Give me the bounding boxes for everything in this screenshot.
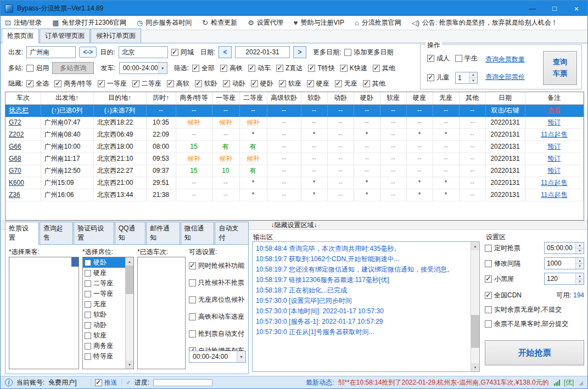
cdn-checkbox[interactable]: 全国CDN: [485, 291, 522, 300]
checkbox-全选[interactable]: 全选: [26, 79, 49, 88]
checkbox-box[interactable]: [85, 332, 91, 339]
checkbox-全部[interactable]: 全部: [192, 64, 215, 73]
spin-up-icon[interactable]: ▲: [576, 243, 584, 248]
settings-tab-query-onsale[interactable]: 查询起售: [40, 222, 74, 244]
train-row-K600[interactable]: K600广州15:09北京西21:0029:51----*--*--*--**-…: [5, 177, 584, 189]
modify-interval-spinner[interactable]: 1000 ▲▼: [544, 257, 584, 269]
seat-option-动卧[interactable]: 动卧: [83, 320, 125, 330]
spin-up-icon[interactable]: ▲: [576, 273, 584, 279]
push-checkbox[interactable]: 推送: [95, 378, 117, 387]
next-date-button[interactable]: >: [293, 46, 306, 58]
train-link-G72[interactable]: G72: [5, 116, 41, 128]
checkbox-无座[interactable]: 无座: [335, 79, 357, 88]
scroll-up-icon[interactable]: ▲: [126, 257, 133, 266]
page-tab-waitlist-order-page[interactable]: 候补订单页面: [91, 29, 141, 43]
menu-item-sponsor-vip[interactable]: ♥赞助与注册VIP: [294, 18, 344, 27]
checkbox-硬座[interactable]: 硬座: [307, 79, 329, 88]
column-header-高级软卧[interactable]: 高级软卧: [267, 92, 301, 104]
checkbox-动车[interactable]: 动车: [248, 64, 271, 73]
checkbox-硬卧[interactable]: 硬卧: [251, 79, 273, 88]
depart-input[interactable]: [26, 46, 76, 58]
checkbox-其他[interactable]: 其他: [373, 64, 395, 73]
start-grab-button[interactable]: 开始抢票: [485, 340, 584, 365]
checkbox-box[interactable]: [85, 322, 91, 329]
column-header-商务/特等[interactable]: 商务/特等: [176, 92, 212, 104]
menu-item-logout-login[interactable]: ⊡注销/登录: [5, 18, 42, 27]
column-header-日期[interactable]: 日期: [485, 92, 525, 104]
modify-interval-checkbox[interactable]: 修改间隔: [485, 259, 520, 268]
seat-option-软座[interactable]: 软座: [83, 330, 125, 341]
resize-grip[interactable]: ◢: [579, 380, 583, 386]
train-link-G70[interactable]: G70: [5, 165, 41, 177]
column-header-车次[interactable]: 车次: [5, 92, 41, 104]
checkbox-高铁和动车选座[interactable]: 高铁和动车选座: [189, 312, 247, 322]
checkbox-其他[interactable]: 其他: [363, 79, 385, 88]
action-link-G68[interactable]: 预订: [525, 153, 584, 165]
dest-input[interactable]: [119, 46, 168, 58]
checkbox-box[interactable]: [85, 353, 91, 360]
settings-tab-mail-notify[interactable]: 邮件通知: [146, 222, 180, 244]
action-link-Z202[interactable]: 11点起售: [525, 128, 584, 140]
child-checkbox[interactable]: 儿童: [427, 73, 450, 82]
action-link-G70[interactable]: 预订: [525, 165, 584, 177]
checkbox-二等座[interactable]: 二等座: [132, 79, 161, 88]
grab-time-dropdown[interactable]: 00:00-24:00 ▼: [189, 351, 246, 363]
checkbox-软卧[interactable]: 软卧: [195, 79, 217, 88]
settings-tab-qq-notify[interactable]: QQ通知: [115, 222, 145, 244]
action-link-G66[interactable]: 预订: [525, 140, 584, 153]
settings-tab-wechat-notify[interactable]: 微信通知: [181, 222, 215, 244]
scroll-down-icon[interactable]: ▼: [471, 363, 479, 371]
column-header-硬卧[interactable]: 硬卧: [354, 92, 380, 104]
checkbox-box[interactable]: [85, 291, 91, 297]
no-seat-no-submit-checkbox[interactable]: 实时余票无座时,不提交: [485, 305, 562, 314]
passenger-list[interactable]: [9, 257, 79, 369]
spin-down-icon[interactable]: ▼: [576, 263, 584, 269]
checkbox-一等座[interactable]: 一等座: [98, 79, 127, 88]
column-header-出发地↑[interactable]: 出发地↑: [41, 92, 93, 104]
prev-date-button[interactable]: <: [219, 46, 232, 58]
checkbox-box[interactable]: [85, 301, 91, 308]
query-tickets-button[interactable]: 查询车票: [543, 51, 577, 85]
query-remaining-link[interactable]: 查询余票数量: [485, 55, 525, 64]
column-header-硬座[interactable]: 硬座: [406, 92, 433, 104]
settings-tab-grab-settings[interactable]: 抢票设置: [5, 222, 39, 245]
checkbox-box[interactable]: [85, 312, 91, 318]
checkbox-只抢候补不抢票[interactable]: 只抢候补不抢票: [189, 278, 247, 287]
train-row-G72[interactable]: G72广州南07:47北京西18:2210:35候补候补候补----------…: [5, 116, 584, 128]
spin-up-icon[interactable]: ▲: [469, 72, 477, 78]
train-row-G66[interactable]: G66广州南10:00北京西18:0008:0015有有------------…: [5, 140, 584, 153]
status-action-cell[interactable]: 查看: [525, 104, 584, 116]
column-header-动卧[interactable]: 动卧: [327, 92, 354, 104]
timed-grab-checkbox[interactable]: 定时抢票: [485, 244, 520, 253]
same-city-checkbox[interactable]: 同城: [171, 48, 194, 57]
seat-option-软卧[interactable]: 软卧: [83, 309, 125, 320]
maximize-button[interactable]: □: [544, 1, 565, 16]
checkbox-Z直达[interactable]: Z直达: [276, 64, 303, 73]
train-row-G70[interactable]: G70广州南12:50北京西22:2709:371510有-----------…: [5, 165, 584, 177]
seat-option-特等座[interactable]: 特等座: [83, 351, 125, 362]
enable-multi-checkbox[interactable]: 启用: [26, 64, 49, 73]
checkbox-软座[interactable]: 软座: [279, 79, 301, 88]
train-row-Z36[interactable]: Z36广州16:06北京西13:4421:38----*--*--*--**--…: [5, 189, 584, 201]
checkbox-box[interactable]: [85, 270, 91, 277]
seat-option-无座[interactable]: 无座: [83, 299, 125, 309]
seat-option-二等座[interactable]: 二等座: [83, 278, 125, 289]
close-button[interactable]: ×: [565, 1, 587, 16]
seat-option-硬卧[interactable]: 硬卧: [83, 257, 125, 268]
seat-list-scrollbar[interactable]: ▲ ▼: [125, 257, 134, 369]
menu-item-open-12306[interactable]: ▦免登录打开12306官网: [52, 18, 126, 27]
title-bar[interactable]: Bypass-分流抢票--Ver1.14.89 — □ ×: [1, 1, 587, 16]
timed-grab-spinner[interactable]: 05:00:00 ▲▼: [544, 242, 584, 254]
swap-stations-button[interactable]: <->: [79, 47, 97, 58]
settings-tab-captcha-settings[interactable]: 验证码设置: [74, 222, 114, 244]
checkbox-同时抢候补功能[interactable]: 同时抢候补功能: [189, 261, 247, 270]
minimize-button[interactable]: —: [522, 1, 544, 16]
seat-option-商务座[interactable]: 商务座: [83, 341, 125, 351]
checkbox-抢到票自动支付[interactable]: 抢到票自动支付: [189, 329, 247, 339]
blacklist-checkbox[interactable]: 小黑屋: [485, 274, 514, 284]
train-link-G68[interactable]: G68: [5, 153, 41, 165]
scrollbar-thumb[interactable]: [126, 266, 133, 294]
menu-item-check-update[interactable]: ↻检查更新: [202, 18, 237, 27]
checkbox-box[interactable]: [85, 343, 91, 349]
scroll-down-icon[interactable]: ▼: [126, 360, 133, 369]
